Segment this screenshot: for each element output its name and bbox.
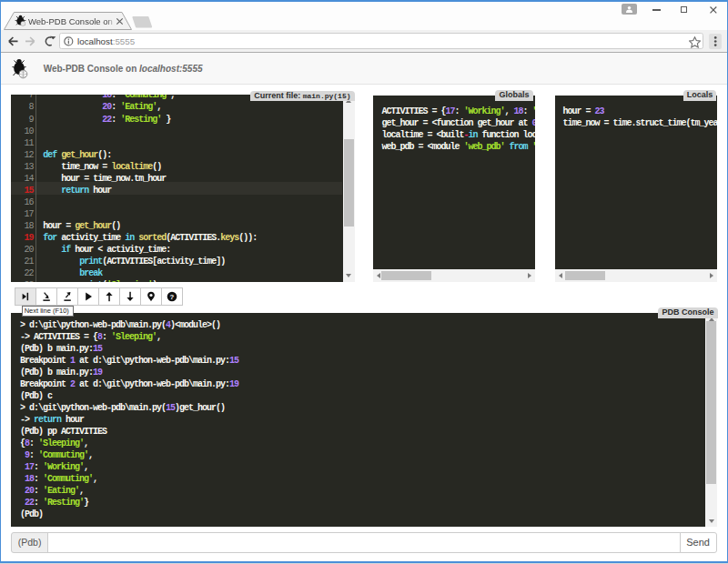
svg-text:?: ? bbox=[169, 292, 174, 300]
